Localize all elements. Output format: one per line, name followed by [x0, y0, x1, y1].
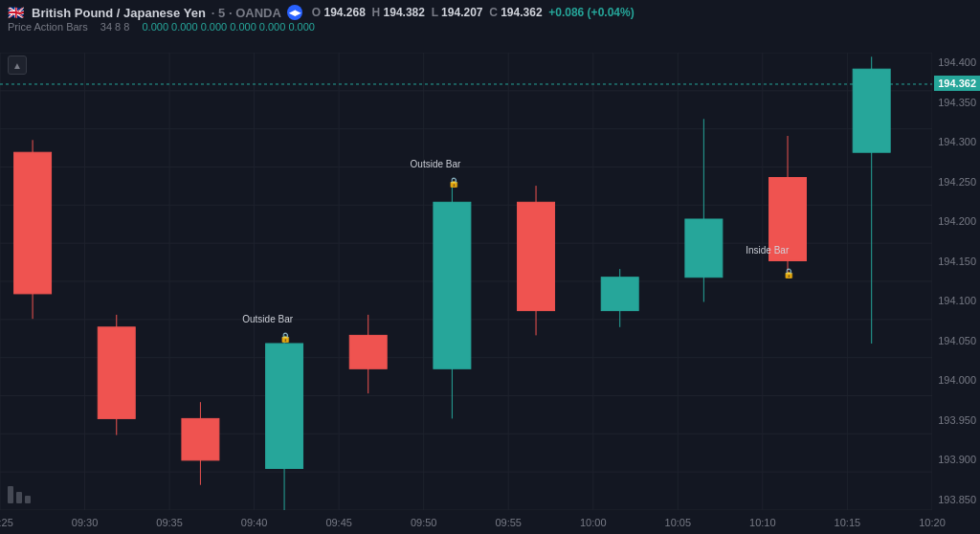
svg-rect-38	[434, 202, 471, 368]
time-label: 09:25	[0, 517, 13, 528]
indicator-row: Price Action Bars 34 8 8 0.000 0.000 0.0…	[8, 21, 972, 33]
candle-2	[98, 315, 135, 435]
flag-icon: 🇬🇧	[8, 5, 24, 20]
chart-container: 🇬🇧 British Pound / Japanese Yen · 5 · OA…	[0, 0, 980, 534]
time-label: 09:50	[411, 517, 437, 528]
candle-10	[769, 136, 807, 278]
price-label: 194.350	[936, 98, 976, 108]
candlestick-chart: .grid-line { stroke: #1e222d; stroke-wid…	[0, 53, 932, 510]
svg-rect-53	[25, 496, 31, 503]
price-axis: 194.400 194.350 194.300 194.250 194.200 …	[932, 53, 980, 510]
price-label: 193.900	[936, 455, 976, 465]
price-label: 194.150	[936, 256, 976, 267]
ohlc-open: 194.268	[324, 6, 366, 19]
price-label: 194.200	[936, 216, 976, 227]
indicator-values: 0.000 0.000 0.000 0.000 0.000 0.000	[142, 21, 314, 33]
time-label: 09:55	[495, 517, 522, 528]
candle-5	[349, 315, 387, 393]
time-label: 09:35	[156, 517, 183, 528]
price-label: 194.300	[936, 137, 976, 147]
candle-8	[601, 269, 638, 327]
price-label: 193.850	[936, 495, 976, 505]
candle-6	[434, 186, 471, 418]
price-label: 194.000	[936, 375, 976, 386]
indicator-params: 34 8 8	[100, 21, 130, 33]
symbol-title: British Pound / Japanese Yen	[32, 6, 206, 20]
header: 🇬🇧 British Pound / Japanese Yen · 5 · OA…	[0, 0, 980, 34]
time-label: 09:40	[241, 517, 268, 528]
svg-text:🔒: 🔒	[279, 331, 292, 344]
ohlc-change: +0.086 (+0.04%)	[548, 6, 634, 19]
svg-rect-31	[182, 418, 219, 459]
ohlc-low: 194.207	[441, 6, 482, 19]
inside-bar-label: Inside Bar	[746, 245, 790, 256]
svg-rect-45	[685, 219, 723, 278]
svg-rect-41	[518, 202, 555, 310]
time-label: 10:20	[919, 517, 946, 528]
title-row: 🇬🇧 British Pound / Japanese Yen · 5 · OA…	[8, 5, 972, 20]
svg-rect-43	[601, 278, 638, 311]
price-label: 194.400	[936, 57, 976, 68]
svg-rect-36	[349, 335, 387, 368]
candle-3	[182, 402, 219, 485]
ohlc-high: 194.382	[384, 6, 425, 19]
price-label: 194.050	[936, 336, 976, 346]
svg-text:🔒: 🔒	[448, 176, 460, 189]
candle-4	[266, 335, 303, 510]
tradingview-logo	[8, 480, 31, 507]
time-label: 10:10	[749, 517, 776, 528]
time-label: 09:45	[325, 517, 352, 528]
svg-rect-50	[853, 69, 890, 152]
current-price-badge: 194.362	[934, 76, 980, 91]
time-label: 10:15	[835, 517, 861, 528]
time-label: 09:30	[72, 517, 99, 528]
outside-bar-label-2: Outside Bar	[411, 159, 461, 169]
price-label: 193.950	[936, 415, 976, 426]
price-label: 194.250	[936, 177, 976, 188]
candle-11	[853, 56, 890, 344]
candle-7	[518, 186, 555, 335]
outside-bar-label-1: Outside Bar	[242, 314, 293, 324]
time-axis: 09:25 09:30 09:35 09:40 09:45 09:50 09:5…	[0, 510, 932, 534]
replay-button[interactable]: ◀▶	[287, 5, 302, 20]
svg-rect-51	[8, 486, 13, 503]
svg-rect-33	[266, 344, 303, 468]
price-label: 194.100	[936, 296, 976, 306]
time-label: 10:00	[580, 517, 607, 528]
svg-rect-27	[14, 152, 52, 294]
indicator-name: Price Action Bars	[8, 21, 88, 33]
timeframe-broker: · 5 · OANDA	[212, 6, 281, 20]
candle-1	[14, 140, 52, 319]
svg-text:🔒: 🔒	[783, 267, 795, 279]
svg-rect-52	[16, 492, 22, 503]
ohlc-close: 194.362	[501, 6, 542, 19]
svg-rect-29	[98, 327, 135, 419]
time-label: 10:05	[665, 517, 692, 528]
chart-area[interactable]: .grid-line { stroke: #1e222d; stroke-wid…	[0, 53, 932, 510]
candle-9	[685, 119, 723, 301]
